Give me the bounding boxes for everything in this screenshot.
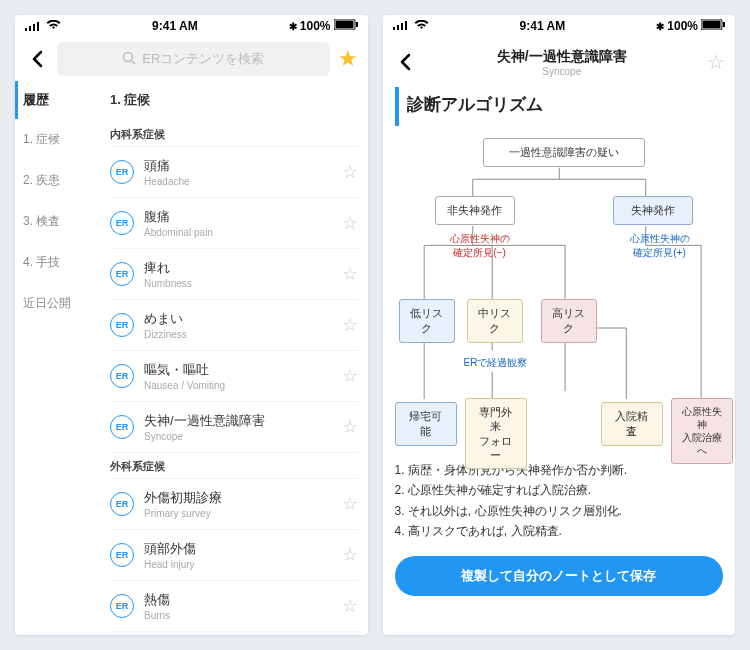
- header-right: 失神/一過性意識障害 Syncope ☆: [383, 37, 736, 87]
- algorithm-title: 診断アルゴリズム: [395, 87, 724, 126]
- node-admit: 入院精査: [601, 402, 663, 446]
- list-item[interactable]: ER外傷初期診療Primary survey☆: [110, 479, 358, 530]
- svg-rect-15: [723, 22, 725, 27]
- node-nonsyncope: 非失神発作: [435, 196, 515, 225]
- er-badge-icon: ER: [110, 160, 134, 184]
- phone-right: 9:41 AM ✱ 100% 失神/一過性意識障害 Syncope ☆ 診断アル…: [383, 15, 736, 635]
- list-item[interactable]: ER腹痛Abdominal pain☆: [110, 198, 358, 249]
- list-item[interactable]: ER頭部外傷Head injury☆: [110, 530, 358, 581]
- item-label-en: Primary survey: [144, 508, 332, 519]
- list-item[interactable]: ER痺れNumbness☆: [110, 249, 358, 300]
- svg-rect-6: [356, 22, 358, 27]
- back-button[interactable]: [393, 50, 417, 74]
- note-2: 2. 心原性失神が確定すれば入院治療.: [395, 480, 724, 500]
- svg-rect-14: [703, 21, 721, 29]
- star-outline-icon[interactable]: ☆: [342, 263, 358, 285]
- er-badge-icon: ER: [110, 313, 134, 337]
- label-positive: 心原性失神の 確定所見(+): [615, 232, 705, 260]
- item-label-en: Numbness: [144, 278, 332, 289]
- favorites-star-icon[interactable]: ★: [338, 46, 358, 72]
- battery-icon: [334, 19, 358, 33]
- star-outline-icon[interactable]: ☆: [342, 416, 358, 438]
- node-high: 高リスク: [541, 299, 597, 343]
- sidebar-tab-1[interactable]: 1. 症候: [15, 119, 100, 160]
- item-label-en: Nausea / Vomiting: [144, 380, 332, 391]
- svg-rect-1: [29, 26, 31, 31]
- algorithm-notes: 1. 病歴・身体所見から失神発作か否か判断. 2. 心原性失神が確定すれば入院治…: [395, 460, 724, 542]
- item-label-jp: 熱傷: [144, 591, 332, 609]
- star-outline-icon[interactable]: ☆: [342, 365, 358, 387]
- item-text: めまいDizziness: [144, 310, 332, 340]
- svg-rect-3: [37, 22, 39, 31]
- svg-point-7: [124, 52, 133, 61]
- label-negative: 心原性失神の 確定所見(−): [435, 232, 525, 260]
- star-outline-icon[interactable]: ☆: [342, 544, 358, 566]
- star-outline-icon[interactable]: ☆: [342, 212, 358, 234]
- wifi-icon: [414, 19, 429, 33]
- wifi-icon: [46, 19, 61, 33]
- sidebar-tab-4[interactable]: 4. 手技: [15, 242, 100, 283]
- node-syncope: 失神発作: [613, 196, 693, 225]
- item-text: 失神/一過性意識障害Syncope: [144, 412, 332, 442]
- item-text: 頭部外傷Head injury: [144, 540, 332, 570]
- note-3: 3. それ以外は, 心原性失神のリスク層別化.: [395, 501, 724, 521]
- list-item[interactable]: ER失神/一過性意識障害Syncope☆: [110, 402, 358, 453]
- er-badge-icon: ER: [110, 211, 134, 235]
- status-bar: 9:41 AM ✱ 100%: [15, 15, 368, 37]
- item-label-en: Syncope: [144, 431, 332, 442]
- list-item[interactable]: ERめまいDizziness☆: [110, 300, 358, 351]
- list-item[interactable]: ER熱傷Burns☆: [110, 581, 358, 632]
- list-item[interactable]: ER頭痛Headache☆: [110, 147, 358, 198]
- title-en: Syncope: [417, 66, 708, 77]
- sidebar-tab-2[interactable]: 2. 疾患: [15, 160, 100, 201]
- signal-icon: [25, 21, 43, 31]
- title-jp: 失神/一過性意識障害: [417, 48, 708, 66]
- item-label-en: Burns: [144, 610, 332, 621]
- item-label-jp: 外傷初期診療: [144, 489, 332, 507]
- battery-icon: [701, 19, 725, 33]
- star-outline-icon[interactable]: ☆: [342, 595, 358, 617]
- favorite-toggle-icon[interactable]: ☆: [707, 50, 725, 74]
- sidebar-tab-history[interactable]: 履歴: [15, 81, 100, 119]
- status-bar: 9:41 AM ✱ 100%: [383, 15, 736, 37]
- list-item[interactable]: ER嘔気・嘔吐Nausea / Vomiting☆: [110, 351, 358, 402]
- svg-line-8: [132, 61, 135, 64]
- item-label-en: Dizziness: [144, 329, 332, 340]
- item-label-jp: 頭痛: [144, 157, 332, 175]
- item-text: 熱傷Burns: [144, 591, 332, 621]
- sidebar: 履歴 1. 症候 2. 疾患 3. 検査 4. 手技 近日公開: [15, 81, 100, 635]
- item-text: 外傷初期診療Primary survey: [144, 489, 332, 519]
- svg-rect-9: [393, 27, 395, 30]
- item-label-jp: 頭部外傷: [144, 540, 332, 558]
- star-outline-icon[interactable]: ☆: [342, 161, 358, 183]
- content-list[interactable]: 1. 症候 内科系症候 ER頭痛Headache☆ER腹痛Abdominal p…: [100, 81, 368, 635]
- item-text: 腹痛Abdominal pain: [144, 208, 332, 238]
- er-badge-icon: ER: [110, 415, 134, 439]
- item-label-en: Headache: [144, 176, 332, 187]
- signal-icon: [393, 19, 411, 33]
- svg-rect-11: [401, 23, 403, 30]
- svg-rect-2: [33, 24, 35, 31]
- subsection-internal: 内科系症候: [110, 121, 358, 147]
- item-label-jp: 腹痛: [144, 208, 332, 226]
- er-badge-icon: ER: [110, 594, 134, 618]
- search-placeholder: ERコンテンツを検索: [142, 50, 264, 68]
- article-body[interactable]: 診断アルゴリズム 一過性意識障害の疑い 非失神発作 失神発作: [383, 87, 736, 635]
- node-gohome: 帰宅可能: [395, 402, 457, 446]
- sidebar-tab-3[interactable]: 3. 検査: [15, 201, 100, 242]
- item-label-en: Head injury: [144, 559, 332, 570]
- item-text: 頭痛Headache: [144, 157, 332, 187]
- copy-to-note-button[interactable]: 複製して自分のノートとして保存: [395, 556, 724, 596]
- star-outline-icon[interactable]: ☆: [342, 493, 358, 515]
- battery-text: 100%: [300, 19, 331, 33]
- sidebar-tab-5[interactable]: 近日公開: [15, 283, 100, 324]
- search-input[interactable]: ERコンテンツを検索: [57, 42, 330, 76]
- note-4: 4. 高リスクであれば, 入院精査.: [395, 521, 724, 541]
- back-button[interactable]: [25, 47, 49, 71]
- clock: 9:41 AM: [152, 19, 198, 33]
- node-outpatient: 専門外来 フォロー: [465, 398, 527, 469]
- item-label-jp: 嘔気・嘔吐: [144, 361, 332, 379]
- bluetooth-icon: ✱: [656, 21, 664, 32]
- page-title: 失神/一過性意識障害 Syncope: [417, 48, 708, 77]
- star-outline-icon[interactable]: ☆: [342, 314, 358, 336]
